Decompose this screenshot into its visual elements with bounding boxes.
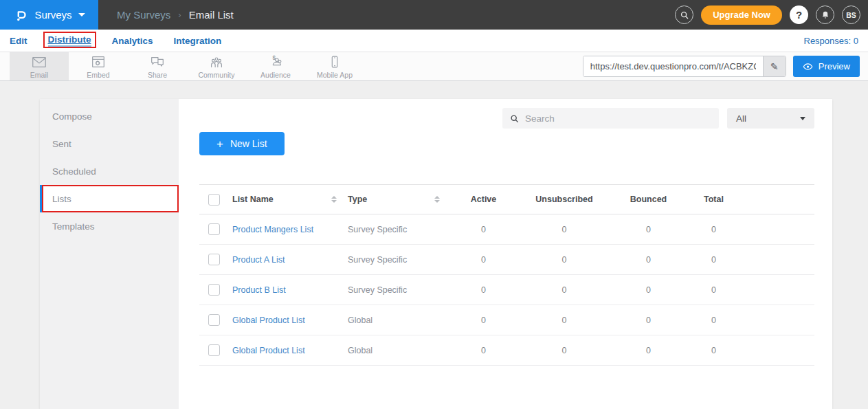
- list-type-cell: Survey Specific: [348, 225, 451, 234]
- sidebar-item-sent[interactable]: Sent: [40, 130, 179, 157]
- plus-icon: +: [216, 138, 223, 150]
- row-checkbox[interactable]: [208, 223, 220, 235]
- column-header-bounced: Bounced: [612, 195, 685, 204]
- tool-tab-email[interactable]: Email: [10, 52, 69, 80]
- tool-tab-mobile-app[interactable]: Mobile App: [305, 52, 364, 80]
- row-checkbox-cell: [199, 254, 232, 265]
- table-header-row: List Name Type Active Unsubscribed Bounc…: [199, 184, 814, 214]
- column-label: Type: [348, 195, 367, 204]
- bounced-count-cell: 0: [612, 225, 685, 234]
- table-body: Product Mangers List Survey Specific 0 0…: [199, 214, 814, 366]
- edit-url-button[interactable]: ✎: [763, 56, 786, 76]
- tool-tab-label: Embed: [87, 71, 109, 79]
- search-row: All: [199, 108, 814, 129]
- list-type-cell: Global: [348, 346, 451, 355]
- preview-button[interactable]: Preview: [793, 56, 860, 77]
- tool-tab-label: Share: [148, 71, 167, 79]
- share-icon: [149, 54, 166, 69]
- column-header-active: Active: [451, 195, 516, 204]
- active-count-cell: 0: [451, 225, 516, 234]
- breadcrumb-parent[interactable]: My Surveys: [117, 9, 170, 21]
- unsubscribed-count-cell: 0: [516, 316, 612, 325]
- list-filter-dropdown[interactable]: All: [727, 108, 814, 129]
- tool-tab-audience[interactable]: $ Audience: [246, 52, 305, 80]
- list-type-cell: Survey Specific: [348, 255, 451, 265]
- row-checkbox-cell: [199, 344, 232, 356]
- row-checkbox[interactable]: [208, 344, 220, 356]
- product-menu[interactable]: Surveys: [0, 0, 98, 30]
- row-checkbox[interactable]: [208, 284, 220, 296]
- row-checkbox[interactable]: [208, 314, 220, 326]
- nav-tab-distribute[interactable]: Distribute: [48, 34, 91, 47]
- list-name-link[interactable]: Product Mangers List: [232, 225, 313, 234]
- table-row: Product A List Survey Specific 0 0 0 0: [199, 245, 814, 275]
- product-menu-label: Surveys: [34, 9, 71, 21]
- list-type-cell: Global: [348, 316, 451, 325]
- mobile-app-icon: [326, 54, 343, 69]
- search-button[interactable]: [675, 5, 693, 24]
- breadcrumb-current: Email List: [189, 9, 234, 21]
- sidebar-item-lists[interactable]: Lists: [40, 185, 179, 212]
- list-name-link[interactable]: Product A List: [232, 255, 285, 265]
- column-header-type[interactable]: Type: [348, 195, 451, 204]
- pencil-icon: ✎: [770, 61, 779, 72]
- column-header-list-name[interactable]: List Name: [232, 195, 348, 204]
- survey-url-input[interactable]: [583, 56, 763, 76]
- unsubscribed-count-cell: 0: [516, 255, 612, 265]
- total-count-cell: 0: [685, 285, 743, 295]
- list-name-link[interactable]: Global Product List: [232, 316, 305, 325]
- active-count-cell: 0: [451, 285, 516, 295]
- embed-icon: [90, 54, 107, 69]
- new-list-button[interactable]: + New List: [199, 132, 285, 155]
- total-count-cell: 0: [685, 225, 743, 234]
- help-button[interactable]: ?: [790, 5, 808, 24]
- nav-tab-integration[interactable]: Integration: [174, 36, 222, 46]
- page-content: Compose Sent Scheduled Lists Templates A…: [0, 81, 868, 409]
- bell-icon: [821, 10, 830, 20]
- sidebar-item-templates[interactable]: Templates: [40, 212, 179, 240]
- select-all-checkbox[interactable]: [208, 194, 220, 206]
- active-count-cell: 0: [451, 346, 516, 355]
- nav-tab-analytics[interactable]: Analytics: [112, 36, 153, 46]
- responses-count[interactable]: Responses: 0: [804, 36, 859, 46]
- search-icon: [510, 114, 519, 123]
- active-count-cell: 0: [451, 255, 516, 265]
- list-name-link[interactable]: Product B List: [232, 285, 286, 295]
- total-count-cell: 0: [685, 255, 743, 265]
- sort-icon[interactable]: [331, 196, 337, 203]
- bounced-count-cell: 0: [612, 255, 685, 265]
- lists-table: List Name Type Active Unsubscribed Bounc…: [199, 184, 814, 366]
- sort-icon[interactable]: [434, 196, 440, 203]
- bounced-count-cell: 0: [612, 285, 685, 295]
- row-checkbox[interactable]: [208, 254, 220, 265]
- tool-tab-embed[interactable]: Embed: [69, 52, 128, 80]
- email-sidebar: Compose Sent Scheduled Lists Templates: [40, 99, 179, 409]
- tool-tab-label: Email: [30, 71, 48, 79]
- search-box: [502, 108, 719, 129]
- sidebar-item-scheduled[interactable]: Scheduled: [40, 157, 179, 185]
- tool-tab-share[interactable]: Share: [128, 52, 187, 80]
- total-count-cell: 0: [685, 316, 743, 325]
- table-row: Global Product List Global 0 0 0 0: [199, 335, 814, 366]
- search-icon: [680, 10, 689, 20]
- unsubscribed-count-cell: 0: [516, 285, 612, 295]
- row-checkbox-cell: [199, 314, 232, 326]
- list-type-cell: Survey Specific: [348, 285, 451, 295]
- filter-value: All: [736, 113, 746, 124]
- email-icon: [31, 54, 47, 69]
- sidebar-item-compose[interactable]: Compose: [40, 102, 179, 130]
- community-icon: [208, 54, 225, 69]
- tool-tab-label: Mobile App: [317, 71, 353, 79]
- table-row: Product Mangers List Survey Specific 0 0…: [199, 214, 814, 245]
- tool-tab-community[interactable]: Community: [187, 52, 246, 80]
- notifications-button[interactable]: [816, 5, 834, 24]
- nav-tab-edit[interactable]: Edit: [10, 36, 27, 46]
- search-input[interactable]: [525, 113, 711, 124]
- breadcrumb: My Surveys › Email List: [117, 9, 234, 21]
- avatar[interactable]: BS: [842, 5, 860, 24]
- avatar-initials: BS: [846, 11, 856, 19]
- upgrade-now-button[interactable]: Upgrade Now: [701, 5, 782, 25]
- column-label: List Name: [232, 195, 274, 204]
- eye-icon: [803, 63, 813, 71]
- list-name-link[interactable]: Global Product List: [232, 346, 305, 355]
